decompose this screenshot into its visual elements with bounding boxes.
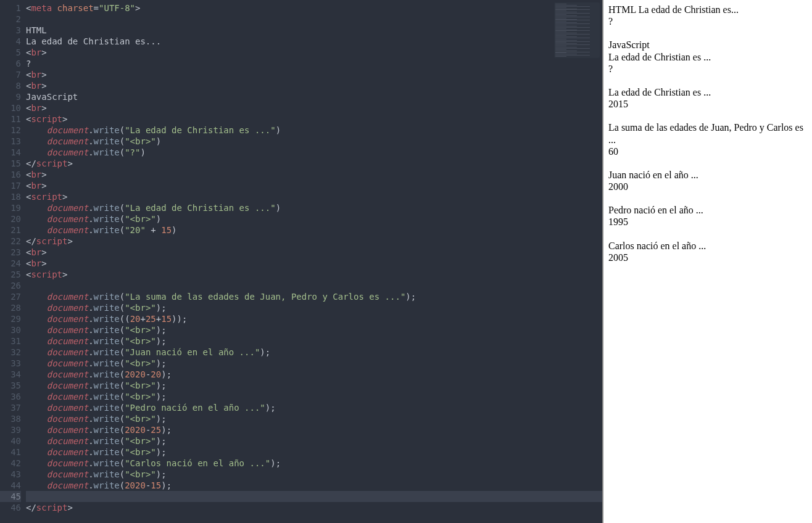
line-number: 29 bbox=[0, 313, 21, 324]
preview-text-line: 2015 bbox=[608, 98, 807, 110]
code-line[interactable]: document.write("Carlos nació en el año .… bbox=[26, 458, 602, 469]
code-line[interactable]: <meta charset="UTF-8"> bbox=[26, 2, 602, 14]
line-number: 3 bbox=[0, 25, 21, 36]
code-line[interactable]: document.write("<br>"); bbox=[26, 435, 602, 447]
code-line[interactable]: document.write("<br>"); bbox=[26, 447, 602, 458]
line-number: 21 bbox=[0, 224, 21, 236]
preview-text-line: Carlos nació en el año ... bbox=[608, 240, 807, 252]
code-editor-pane[interactable]: 1234567891011121314151617181920212223242… bbox=[0, 0, 602, 523]
code-line[interactable]: ? bbox=[26, 58, 602, 69]
line-number: 27 bbox=[0, 291, 21, 302]
preview-text-line: 2005 bbox=[608, 252, 807, 263]
code-line[interactable]: document.write("<br>"); bbox=[26, 336, 602, 347]
code-line[interactable]: document.write("La suma de las edades de… bbox=[26, 291, 602, 302]
preview-text-line: La suma de las edades de Juan, Pedro y C… bbox=[608, 121, 807, 145]
code-line[interactable]: <br> bbox=[26, 69, 602, 80]
line-number: 32 bbox=[0, 347, 21, 358]
line-number: 35 bbox=[0, 380, 21, 391]
minimap[interactable] bbox=[554, 2, 600, 58]
preview-text-line: 2000 bbox=[608, 181, 807, 192]
preview-blank-line bbox=[608, 27, 807, 39]
line-number: 45 bbox=[0, 491, 21, 502]
line-number: 34 bbox=[0, 369, 21, 380]
code-content[interactable]: <meta charset="UTF-8"> HTMLLa edad de Ch… bbox=[26, 0, 602, 523]
code-line[interactable]: document.write(2020-20); bbox=[26, 369, 602, 380]
line-number: 30 bbox=[0, 324, 21, 336]
code-line[interactable]: JavaScript bbox=[26, 91, 602, 102]
code-line[interactable]: document.write("La edad de Christian es … bbox=[26, 202, 602, 213]
line-number: 23 bbox=[0, 247, 21, 258]
preview-text-line: ? bbox=[608, 15, 807, 27]
line-number: 12 bbox=[0, 125, 21, 136]
line-number: 46 bbox=[0, 502, 21, 513]
line-number: 22 bbox=[0, 236, 21, 247]
code-line[interactable]: document.write("<br>"); bbox=[26, 302, 602, 313]
code-line[interactable]: document.write("Juan nació en el año ...… bbox=[26, 347, 602, 358]
code-line[interactable]: document.write("<br>"); bbox=[26, 358, 602, 369]
code-line[interactable]: <br> bbox=[26, 102, 602, 113]
line-number: 18 bbox=[0, 191, 21, 202]
code-line[interactable]: document.write(2020-25); bbox=[26, 424, 602, 435]
line-number: 16 bbox=[0, 169, 21, 180]
code-line[interactable]: <br> bbox=[26, 80, 602, 91]
line-number: 14 bbox=[0, 147, 21, 158]
line-number: 44 bbox=[0, 480, 21, 491]
preview-text-line: ? bbox=[608, 63, 807, 75]
code-line[interactable]: <script> bbox=[26, 269, 602, 280]
code-line[interactable]: HTML bbox=[26, 25, 602, 36]
code-line[interactable]: La edad de Christian es... bbox=[26, 36, 602, 47]
code-line[interactable]: <script> bbox=[26, 191, 602, 202]
line-number: 17 bbox=[0, 180, 21, 191]
browser-preview-pane[interactable]: HTML La edad de Christian es...?JavaScri… bbox=[602, 0, 812, 523]
preview-text-line: 1995 bbox=[608, 216, 807, 228]
code-line[interactable] bbox=[26, 491, 602, 502]
editor-scrollbar[interactable] bbox=[596, 0, 602, 523]
preview-text-line: HTML La edad de Christian es... bbox=[608, 4, 807, 15]
preview-text-line: JavaScript bbox=[608, 39, 807, 51]
code-line[interactable]: document.write("20" + 15) bbox=[26, 224, 602, 236]
code-line[interactable]: </script> bbox=[26, 158, 602, 169]
line-number: 42 bbox=[0, 458, 21, 469]
line-number: 2 bbox=[0, 14, 21, 25]
line-number: 1 bbox=[0, 2, 21, 14]
code-line[interactable]: document.write("<br>"); bbox=[26, 413, 602, 424]
code-line[interactable]: document.write("<br>"); bbox=[26, 380, 602, 391]
code-line[interactable]: document.write("?") bbox=[26, 147, 602, 158]
code-line[interactable]: document.write("<br>"); bbox=[26, 324, 602, 336]
preview-text-line: Pedro nació en el año ... bbox=[608, 204, 807, 216]
line-number: 39 bbox=[0, 424, 21, 435]
code-line[interactable]: document.write("La edad de Christian es … bbox=[26, 125, 602, 136]
line-number: 38 bbox=[0, 413, 21, 424]
preview-blank-line bbox=[608, 75, 807, 86]
preview-text-line: La edad de Christian es ... bbox=[608, 86, 807, 98]
preview-blank-line bbox=[608, 192, 807, 204]
code-line[interactable] bbox=[26, 14, 602, 25]
code-line[interactable]: document.write(2020-15); bbox=[26, 480, 602, 491]
code-line[interactable] bbox=[26, 280, 602, 291]
line-number: 11 bbox=[0, 113, 21, 125]
code-line[interactable]: document.write("<br>") bbox=[26, 213, 602, 224]
line-number: 13 bbox=[0, 136, 21, 147]
code-line[interactable]: document.write((20+25+15)); bbox=[26, 313, 602, 324]
code-line[interactable]: <br> bbox=[26, 247, 602, 258]
line-number: 24 bbox=[0, 258, 21, 269]
line-number: 25 bbox=[0, 269, 21, 280]
line-number: 28 bbox=[0, 302, 21, 313]
line-number: 37 bbox=[0, 402, 21, 413]
code-line[interactable]: <script> bbox=[26, 113, 602, 125]
code-line[interactable]: <br> bbox=[26, 47, 602, 58]
line-number: 43 bbox=[0, 469, 21, 480]
code-line[interactable]: document.write("<br>"); bbox=[26, 391, 602, 402]
code-line[interactable]: <br> bbox=[26, 169, 602, 180]
line-number: 20 bbox=[0, 213, 21, 224]
line-number: 15 bbox=[0, 158, 21, 169]
line-number: 8 bbox=[0, 80, 21, 91]
code-line[interactable]: <br> bbox=[26, 258, 602, 269]
code-line[interactable]: </script> bbox=[26, 502, 602, 513]
code-line[interactable]: document.write("<br>"); bbox=[26, 469, 602, 480]
line-number: 4 bbox=[0, 36, 21, 47]
code-line[interactable]: <br> bbox=[26, 180, 602, 191]
code-line[interactable]: document.write("<br>") bbox=[26, 136, 602, 147]
code-line[interactable]: </script> bbox=[26, 236, 602, 247]
code-line[interactable]: document.write("Pedro nació en el año ..… bbox=[26, 402, 602, 413]
